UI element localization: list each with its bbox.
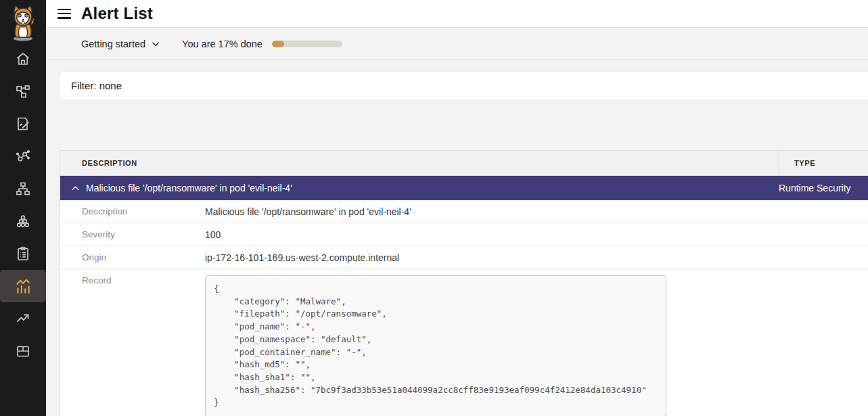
page-title: Alert List: [81, 4, 153, 23]
table-row-alert[interactable]: Malicious file '/opt/ransomware' in pod …: [60, 176, 868, 200]
detail-label: Origin: [60, 252, 205, 262]
sidebar-item-topology[interactable]: [0, 75, 46, 108]
getting-started-label[interactable]: Getting started: [81, 39, 145, 49]
hamburger-menu-icon[interactable]: [58, 9, 71, 19]
column-header-description[interactable]: DESCRIPTION: [60, 151, 779, 175]
chevron-down-icon[interactable]: [151, 39, 160, 49]
sidebar-item-cluster[interactable]: [0, 205, 46, 237]
cat-mascot-logo: [5, 3, 41, 43]
chevron-up-icon[interactable]: [67, 180, 83, 196]
alert-description: Malicious file '/opt/ransomware' in pod …: [86, 183, 292, 193]
sidebar-nav: [0, 43, 46, 367]
detail-value: Malicious file '/opt/ransomware' in pod …: [205, 206, 411, 217]
sidebar-item-alerts-active[interactable]: [0, 270, 46, 302]
sidebar-item-policy-editor[interactable]: [0, 108, 46, 140]
sidebar-item-packages[interactable]: [0, 335, 46, 367]
getting-started-bar: Getting started You are 17% done: [46, 27, 868, 60]
filter-label: Filter: none: [71, 80, 122, 91]
sidebar: [0, 0, 46, 416]
package-icon: [15, 343, 31, 359]
progress-bar: [272, 41, 342, 47]
sidebar-item-hierarchy[interactable]: [0, 172, 46, 205]
sidebar-item-network-graph[interactable]: [0, 140, 46, 172]
alert-table: DESCRIPTION TYPE Malicious file '/opt/ra…: [60, 150, 868, 416]
content-area: Filter: none DESCRIPTION TYPE Malicious …: [46, 60, 868, 416]
table-header-row: DESCRIPTION TYPE: [60, 151, 868, 176]
main-area: Alert List Getting started You are 17% d…: [46, 0, 868, 416]
trend-icon: [15, 310, 31, 327]
alert-type: Runtime Security: [764, 176, 868, 200]
alert-details-panel: Description Malicious file '/opt/ransomw…: [60, 200, 868, 416]
cluster-icon: [15, 213, 31, 229]
top-header: Alert List: [46, 0, 868, 27]
policy-editor-icon: [15, 116, 31, 132]
checklist-icon: [15, 246, 31, 262]
topology-icon: [15, 83, 31, 99]
sidebar-item-trends[interactable]: [0, 302, 46, 335]
detail-label: Description: [60, 206, 205, 216]
hierarchy-icon: [15, 181, 31, 197]
column-header-type[interactable]: TYPE: [779, 151, 868, 175]
sidebar-item-home[interactable]: [0, 43, 46, 75]
progress-fill: [272, 41, 284, 47]
home-icon: [15, 51, 31, 67]
detail-row-origin: Origin ip-172-16-101-169.us-west-2.compu…: [60, 246, 868, 269]
app-window: Alert List Getting started You are 17% d…: [0, 0, 868, 416]
detail-value: 100: [205, 229, 221, 240]
analytics-icon: [14, 277, 32, 295]
sidebar-item-checklist[interactable]: [0, 237, 46, 270]
network-graph-icon: [15, 148, 31, 164]
progress-label: You are 17% done: [182, 39, 262, 49]
detail-row-record: Record { "category": "Malware", "filepat…: [60, 269, 868, 416]
detail-label: Severity: [60, 229, 205, 239]
detail-row-description: Description Malicious file '/opt/ransomw…: [60, 200, 868, 223]
detail-row-severity: Severity 100: [60, 223, 868, 246]
record-json-block: { "category": "Malware", "filepath": "/o…: [205, 275, 666, 416]
detail-label: Record: [60, 275, 205, 285]
filter-bar[interactable]: Filter: none: [60, 72, 868, 99]
detail-value: ip-172-16-101-169.us-west-2.compute.inte…: [205, 252, 399, 263]
